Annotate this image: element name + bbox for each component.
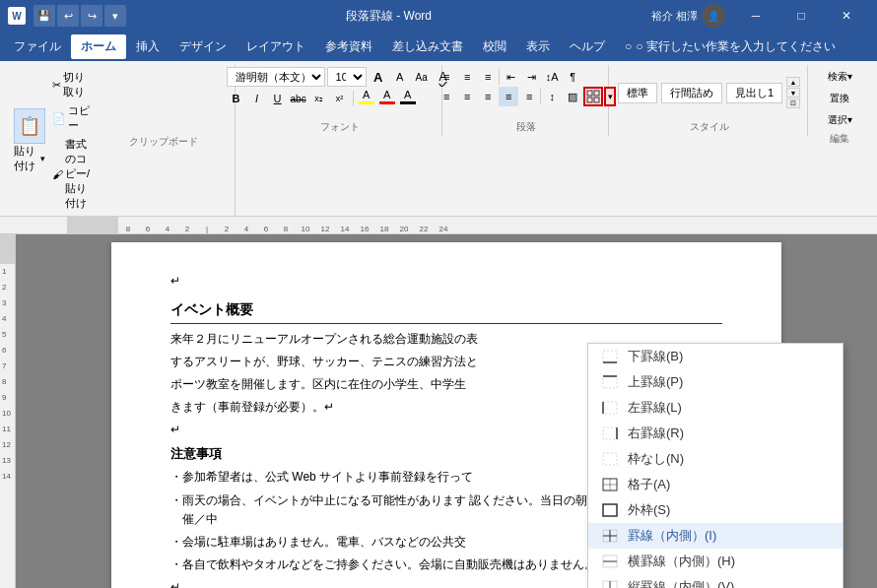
- border-menu-left[interactable]: 左罫線(L): [588, 395, 843, 421]
- font-color2-bar: [400, 101, 416, 104]
- border-menu-inner[interactable]: 罫線（内側）(I): [588, 523, 843, 549]
- replace-button[interactable]: 置換: [810, 89, 869, 108]
- superscript-button[interactable]: x²: [330, 89, 350, 108]
- svg-rect-1: [594, 91, 599, 96]
- numbering-button[interactable]: ≡: [457, 67, 477, 87]
- top-border-icon: [600, 374, 620, 390]
- select-button[interactable]: 選択▾: [810, 110, 869, 130]
- align-left-button[interactable]: ≡: [437, 87, 456, 106]
- font-grow-button[interactable]: A: [369, 67, 388, 87]
- subscript-button[interactable]: x₂: [309, 89, 329, 108]
- paste-dropdown-icon[interactable]: ▾: [40, 154, 45, 163]
- undo-button[interactable]: ↩: [57, 5, 79, 27]
- paste-icon: 📋: [14, 108, 45, 144]
- menu-insert[interactable]: 挿入: [126, 34, 169, 59]
- font-name-select[interactable]: 游明朝（本文）: [227, 67, 325, 87]
- styles-list: 標準 行間詰め 見出し1: [618, 83, 782, 103]
- border-menu-right[interactable]: 右罫線(R): [588, 421, 843, 446]
- menu-help[interactable]: ヘルプ: [560, 34, 615, 59]
- border-menu-top[interactable]: 上罫線(P): [588, 369, 843, 395]
- minimize-button[interactable]: ─: [733, 0, 778, 32]
- strikethrough-button[interactable]: abc: [289, 89, 308, 108]
- font-color2-button[interactable]: A: [398, 89, 418, 108]
- highlight-icon: A: [363, 89, 370, 100]
- font-shrink-button[interactable]: A: [390, 67, 410, 87]
- all-border-icon: [600, 477, 620, 492]
- paste-button[interactable]: 📋 貼り付け ▾: [12, 67, 47, 214]
- style-line-spacing[interactable]: 行間詰め: [661, 83, 722, 103]
- user-info: 裕介 相澤 👤: [651, 4, 725, 28]
- menu-review[interactable]: 校閲: [473, 34, 516, 59]
- clipboard-label: クリップボード: [98, 135, 231, 149]
- customize-qat-button[interactable]: ▾: [104, 5, 126, 27]
- style-standard[interactable]: 標準: [618, 83, 657, 103]
- border-menu-bottom[interactable]: 下罫線(B): [588, 344, 843, 369]
- close-button[interactable]: ✕: [824, 0, 869, 32]
- styles-row1: 標準 行間詰め 見出し1: [618, 83, 782, 103]
- menu-references[interactable]: 参考資料: [315, 34, 382, 59]
- copy-button[interactable]: 📄 コピー: [49, 102, 96, 134]
- horizontal-ruler: 8 6 4 2 | 2 4 6 8 10 12 14 16 18 20 22 2…: [0, 217, 877, 234]
- menu-search[interactable]: ○ ○ 実行したい作業を入力してください: [615, 34, 845, 59]
- ruler-indent-area: [67, 217, 118, 233]
- styles-up-button[interactable]: ▲: [786, 77, 800, 87]
- font-color-icon: A: [383, 89, 390, 100]
- border-menu-horiz-inner[interactable]: 横罫線（内側）(H): [588, 549, 843, 574]
- divider3: [540, 89, 541, 104]
- multilevel-button[interactable]: ≡: [478, 67, 498, 87]
- border-menu-vert-inner[interactable]: 縦罫線（内側）(V): [588, 574, 843, 588]
- divider2: [499, 69, 500, 85]
- title-bar-right: 裕介 相澤 👤 ─ □ ✕: [651, 0, 869, 32]
- decrease-indent-button[interactable]: ⇤: [501, 67, 520, 87]
- format-painter-button[interactable]: 🖌 書式のコピー/貼り付け: [49, 136, 96, 212]
- svg-rect-4: [603, 351, 617, 362]
- find-button[interactable]: 検索▾: [810, 67, 869, 87]
- change-case-button[interactable]: Aa: [412, 67, 432, 87]
- font-size-select[interactable]: 10.5: [327, 67, 367, 87]
- style-heading1[interactable]: 見出し1: [726, 83, 782, 103]
- title-bar: W 💾 ↩ ↪ ▾ 段落罫線 - Word 裕介 相澤 👤 ─ □ ✕: [0, 0, 877, 32]
- styles-label: スタイル: [615, 120, 803, 134]
- menu-file[interactable]: ファイル: [4, 34, 71, 59]
- styles-down-button[interactable]: ▼: [786, 88, 800, 98]
- border-button[interactable]: [583, 87, 603, 106]
- maximize-button[interactable]: □: [778, 0, 824, 32]
- cursor-line: ↵: [170, 272, 722, 291]
- border-menu-none[interactable]: 枠なし(N): [588, 446, 843, 472]
- menu-home[interactable]: ホーム: [71, 34, 126, 59]
- justify-button[interactable]: ≡: [499, 87, 518, 106]
- bold-button[interactable]: B: [227, 89, 246, 108]
- border-menu-outside[interactable]: 外枠(S): [588, 497, 843, 523]
- align-right-button[interactable]: ≡: [478, 87, 498, 106]
- menu-layout[interactable]: レイアウト: [236, 34, 315, 59]
- highlight-color-button[interactable]: A: [357, 89, 376, 108]
- column-button[interactable]: ≡: [519, 87, 539, 106]
- bottom-border-icon: [600, 349, 620, 364]
- user-avatar[interactable]: 👤: [702, 4, 725, 28]
- save-button[interactable]: 💾: [34, 5, 55, 27]
- italic-button[interactable]: I: [247, 89, 267, 108]
- ruler-marks: 8 6 4 2 | 2 4 6 8 10 12 14 16 18 20 22 2…: [118, 217, 453, 233]
- styles-expand-button[interactable]: ⊡: [786, 98, 800, 108]
- border-menu-all[interactable]: 格子(A): [588, 472, 843, 497]
- vruler-indent: [0, 234, 15, 264]
- cut-button[interactable]: ✂ 切り取り: [49, 69, 96, 100]
- bullets-button[interactable]: ≡: [437, 67, 456, 87]
- font-label: フォント: [241, 120, 438, 134]
- font-row1: 游明朝（本文） 10.5 A A Aa A: [227, 67, 453, 87]
- event-heading: イベント概要: [170, 298, 722, 323]
- align-center-button[interactable]: ≡: [457, 87, 477, 106]
- sort-button[interactable]: ↕A: [542, 67, 562, 87]
- show-marks-button[interactable]: ¶: [563, 67, 582, 87]
- right-border-icon: [600, 425, 620, 441]
- shading-button[interactable]: ▨: [563, 87, 582, 106]
- redo-button[interactable]: ↪: [81, 5, 102, 27]
- font-color-button[interactable]: A: [377, 89, 397, 108]
- increase-indent-button[interactable]: ⇥: [521, 67, 541, 87]
- menu-design[interactable]: デザイン: [169, 34, 236, 59]
- menu-mailings[interactable]: 差し込み文書: [382, 34, 473, 59]
- line-spacing-button[interactable]: ↕: [542, 87, 562, 106]
- menu-view[interactable]: 表示: [516, 34, 560, 59]
- underline-button[interactable]: U: [268, 89, 288, 108]
- user-name: 裕介 相澤: [651, 9, 698, 24]
